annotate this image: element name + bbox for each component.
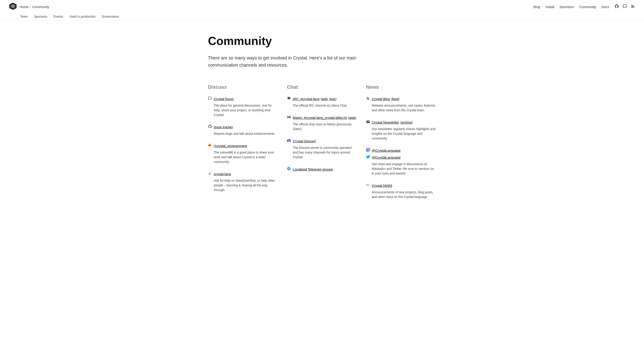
item-header: Crystal Newsletter (archive) [366,120,436,125]
item-title: Crystal Newsletter (archive) [372,120,413,124]
twitter-icon [366,155,370,160]
irc-icon [287,96,291,101]
sub-nav-governance[interactable]: Governance [102,15,119,18]
sub-nav: Team Sponsors Events Used in production … [0,13,644,20]
matrix-link[interactable]: Matrix: #crystal-lang_crystal:gitter.im [293,116,347,120]
list-item: Localized Telegram groups [287,167,357,172]
item-header: r/crystal_programming [208,143,278,148]
feed-link[interactable]: feed [392,97,398,101]
list-item: Crystal Discord The Discord server is co… [287,139,357,160]
item-title: Crystal [ANN] [372,184,392,188]
list-item: Crystal Blog (feed) Release announcement… [366,96,436,113]
breadcrumb-separator: / [30,5,31,9]
svg-rect-8 [209,175,211,175]
archive-link[interactable]: archive [401,120,412,124]
item-header: @CrystalLanguage [366,148,436,153]
item-desc: The place for general discussions. Ask f… [208,103,278,117]
mastodon-link[interactable]: @CrystalLanguage [372,149,401,152]
nav-right: Blog Install Sponsors Community Docs [533,4,635,9]
item-desc: The official IRC channel at Libera Chat. [287,103,357,108]
item-header: Crystal Discord [287,139,357,144]
item-header: Localized Telegram groups [287,167,357,172]
breadcrumb-home[interactable]: Home [20,5,28,9]
list-item: IRC: #crystal-lang (web, logs) The offic… [287,96,357,108]
intro-text: There are so many ways to get involved i… [208,54,378,69]
item-header: IRC: #crystal-lang (web, logs) [287,96,357,101]
svg-rect-6 [209,174,211,175]
main-content: Community There are so many ways to get … [199,21,445,224]
sub-nav-team[interactable]: Team [20,15,28,18]
nav-docs[interactable]: Docs [602,5,609,9]
newsletter-icon [366,120,370,125]
reddit-link[interactable]: r/crystal_programming [214,144,247,148]
item-header: Matrix: #crystal-lang_crystal:gitter.im … [287,115,357,120]
item-title: Crystal Blog (feed) [372,97,400,101]
telegram-link[interactable]: Localized Telegram groups [293,167,333,171]
news-title: News [366,84,436,90]
nav-sponsors[interactable]: Sponsors [560,5,574,9]
svg-rect-11 [209,173,211,174]
ann-link[interactable]: Crystal [ANN] [372,184,392,187]
item-desc: Ask for help on StackOverflow, or help o… [208,178,278,192]
github-nav-icon[interactable] [614,4,619,9]
chat-title: Chat [287,84,357,90]
rss-blog-icon [366,96,370,101]
issue-tracker-link[interactable]: Issue tracker [214,125,233,129]
sub-nav-events[interactable]: Events [54,15,63,18]
nav-left: Home / Community [9,2,49,11]
irc-web-link[interactable]: web [322,97,328,101]
item-desc: Release announcements, use cases, featur… [366,103,436,113]
item-desc: Reports bugs and talk about enhancements… [208,131,278,136]
forum-icon [208,96,212,101]
matrix-web-link[interactable]: web [349,116,355,120]
page-title: Community [208,34,436,48]
crystal-forum-link[interactable]: Crystal forum [214,97,234,101]
item-title: Matrix: #crystal-lang_crystal:gitter.im … [293,116,356,120]
list-item: Issue tracker Reports bugs and talk abou… [208,124,278,136]
sub-nav-used-in-production[interactable]: Used in production [69,15,96,18]
item-header: Crystal Blog (feed) [366,96,436,101]
sub-nav-sponsors[interactable]: Sponsors [34,15,47,18]
chat-nav-icon[interactable] [622,4,627,9]
item-title: Crystal Discord [293,139,316,143]
item-desc: Our newsletter regularly shares highligh… [366,127,436,141]
svg-rect-9 [209,172,210,173]
newsletter-link[interactable]: Crystal Newsletter [372,120,399,124]
item-desc: Get news and engage in discussions on Ma… [366,162,436,176]
item-desc: The official chat room at Matrix (previo… [287,122,357,131]
discuss-title: Discuss [208,84,278,90]
stackoverflow-link[interactable]: crystal-lang [214,172,231,176]
item-title: IRC: #crystal-lang (web, logs) [293,97,336,101]
columns: Discuss Crystal forum The place for gene… [208,84,436,206]
list-item: Crystal [ANN] Announcements of new proje… [366,183,436,199]
breadcrumb: Home / Community [20,5,49,9]
list-item: r/crystal_programming The subreddit is a… [208,143,278,164]
svg-rect-7 [209,174,211,174]
discord-link[interactable]: Crystal Discord [293,139,316,143]
item-header: Crystal [ANN] [366,183,436,188]
nav-blog[interactable]: Blog [533,5,540,9]
logo-link[interactable] [9,2,17,11]
telegram-icon [287,167,291,172]
item-title: @CrystalLanguage [372,149,401,153]
discord-icon [287,139,291,144]
nav-community[interactable]: Community [579,5,596,9]
logo-icon [9,2,17,10]
item-title: Issue tracker [214,125,233,129]
rss-nav-icon[interactable] [630,4,635,9]
item-header: crystal-lang [208,171,278,177]
nav-install[interactable]: Install [546,5,554,9]
crystal-blog-link[interactable]: Crystal Blog [372,97,390,101]
list-item: @CrystalLanguage Get news and engage in … [366,155,436,176]
item-desc: The Discord server is community operated… [287,145,357,160]
reddit-icon [208,143,212,148]
stackoverflow-icon [208,171,212,177]
news-column: News Crystal Blog (feed) Release announc… [366,84,436,206]
item-title: crystal-lang [214,172,231,176]
twitter-link[interactable]: @CrystalLanguage [372,156,401,159]
irc-link[interactable]: IRC: #crystal-lang [293,97,319,101]
irc-logs-link[interactable]: logs [330,97,336,101]
svg-rect-13 [290,115,291,119]
ann-icon [366,183,370,188]
item-desc: The subreddit is a good place to share y… [208,150,278,164]
